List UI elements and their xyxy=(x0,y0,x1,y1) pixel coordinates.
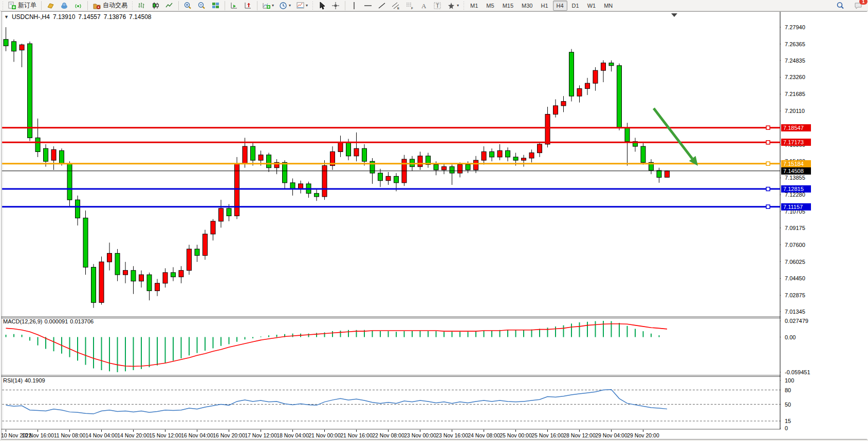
text-tool-button[interactable]: A xyxy=(417,0,430,11)
bar-chart-icon xyxy=(137,2,146,10)
candle-up xyxy=(187,249,192,271)
toolbar-grip[interactable] xyxy=(311,2,314,10)
candle-down xyxy=(466,164,470,169)
zoom-in-button[interactable] xyxy=(181,0,194,11)
tile-windows-button[interactable] xyxy=(209,0,222,11)
candle-up xyxy=(474,160,478,170)
chart-header: ▼ USDCNH-,H4 7.13910 7.14557 7.13876 7.1… xyxy=(4,13,152,21)
mt4-application-window: 新订单 自动交易 ▾ ▾ ▾ E F A T xyxy=(0,0,868,441)
signals-button[interactable] xyxy=(72,0,85,11)
time-axis-label: 16 Nov 04:00 xyxy=(180,432,214,438)
candle-up xyxy=(418,156,422,167)
candle-up xyxy=(553,106,558,114)
candle-down xyxy=(35,138,40,151)
candle-down xyxy=(83,218,88,267)
chart-shift-button[interactable] xyxy=(242,0,254,11)
candle-up xyxy=(545,114,550,144)
toolbar-grip[interactable] xyxy=(131,2,134,10)
svg-text:E: E xyxy=(397,7,399,10)
price-tick-label: 7.26365 xyxy=(785,41,805,47)
candle-down xyxy=(378,173,383,181)
svg-text:F: F xyxy=(411,7,413,10)
auto-scroll-button[interactable] xyxy=(228,0,241,11)
horizontal-line-tool-button[interactable] xyxy=(362,0,375,11)
price-tick-label: 7.12280 xyxy=(785,191,805,198)
text-label-icon: T xyxy=(433,2,442,10)
candle-down xyxy=(625,128,630,142)
price-line-handle[interactable] xyxy=(766,141,770,144)
bar-chart-mode-button[interactable] xyxy=(135,0,148,11)
candle-down xyxy=(490,151,494,157)
time-axis-label: 11 Nov 08:00 xyxy=(53,432,87,438)
chart-canvas[interactable] xyxy=(0,0,868,441)
market-icon xyxy=(46,2,55,10)
candlestick-mode-button[interactable] xyxy=(149,0,162,11)
templates-button[interactable]: ▾ xyxy=(294,0,310,11)
timeframe-m30-button[interactable]: M30 xyxy=(518,1,536,11)
timeframe-mn-button[interactable]: MN xyxy=(600,1,616,11)
one-click-trading-toggle-icon[interactable]: ▼ xyxy=(4,14,9,20)
time-axis-label: 24 Nov 08:00 xyxy=(467,432,501,438)
community-button[interactable] xyxy=(58,0,71,11)
price-line-handle[interactable] xyxy=(766,162,770,165)
market-button[interactable] xyxy=(44,0,57,11)
candle-down xyxy=(346,142,351,156)
macd-signal-value: 0.013706 xyxy=(70,318,94,324)
candle-up xyxy=(665,171,670,177)
candle-down xyxy=(657,170,661,178)
channel-tool-button[interactable]: E xyxy=(390,0,402,11)
trend-arrow-annotation[interactable] xyxy=(654,108,698,166)
chart-shift-marker[interactable] xyxy=(671,13,677,17)
new-order-label: 新订单 xyxy=(18,1,36,10)
candle-down xyxy=(91,267,96,302)
rsi-tick-label: 80 xyxy=(785,387,791,393)
timeframe-m1-button[interactable]: M1 xyxy=(467,1,482,11)
timeframe-d1-button[interactable]: D1 xyxy=(568,1,583,11)
cursor-button[interactable] xyxy=(316,0,328,11)
indicators-button[interactable]: ▾ xyxy=(260,0,276,11)
candle-up xyxy=(386,176,391,180)
price-badge-resistance-2: 7.17173 xyxy=(781,139,811,146)
notifications-button[interactable]: 1 xyxy=(852,0,865,11)
new-order-button[interactable]: 新订单 xyxy=(6,0,39,11)
toolbar-grip[interactable] xyxy=(463,2,465,10)
ohlc-low: 7.13876 xyxy=(104,13,126,21)
search-button[interactable] xyxy=(834,0,847,11)
candle-down xyxy=(171,273,176,277)
periods-button[interactable]: ▾ xyxy=(277,0,293,11)
community-icon xyxy=(60,2,69,10)
candle-down xyxy=(506,150,510,157)
text-label-tool-button[interactable]: T xyxy=(431,0,444,11)
price-tick-label: 7.02875 xyxy=(785,292,805,298)
timeframe-h4-button[interactable]: H4 xyxy=(553,1,567,11)
price-line-handle[interactable] xyxy=(766,126,770,129)
horizontal-price-lines[interactable] xyxy=(2,126,780,208)
vertical-line-tool-button[interactable] xyxy=(348,0,361,11)
price-line-handle[interactable] xyxy=(766,187,770,191)
candle-up xyxy=(482,151,486,160)
timeframe-m5-button[interactable]: M5 xyxy=(483,1,497,11)
shapes-tool-button[interactable]: ▾ xyxy=(445,0,461,11)
time-axis-label: 14 Nov 20:00 xyxy=(117,432,151,438)
autotrade-button[interactable]: 自动交易 xyxy=(90,0,130,11)
candle-down xyxy=(267,155,271,168)
timeframe-h1-button[interactable]: H1 xyxy=(537,1,551,11)
candle-up xyxy=(577,89,582,97)
timeframe-w1-button[interactable]: W1 xyxy=(584,1,600,11)
price-line-handle[interactable] xyxy=(766,205,770,208)
timeframe-m15-button[interactable]: M15 xyxy=(499,1,517,11)
line-chart-mode-button[interactable] xyxy=(163,0,176,11)
symbol-period-label: USDCNH-,H4 xyxy=(12,13,50,21)
pane-separators[interactable] xyxy=(1,317,867,429)
price-tick-label: 7.09175 xyxy=(785,225,805,231)
candle-up xyxy=(354,148,359,156)
rsi-tick-label: 0 xyxy=(785,425,788,431)
candle-up xyxy=(322,166,327,197)
price-tick-label: 7.24835 xyxy=(785,57,805,64)
zoom-out-button[interactable] xyxy=(195,0,208,11)
crosshair-button[interactable] xyxy=(329,0,342,11)
trendline-tool-button[interactable] xyxy=(376,0,389,11)
toolbar-grip[interactable] xyxy=(2,2,4,10)
search-icon xyxy=(836,2,845,10)
fibonacci-tool-button[interactable]: F xyxy=(403,0,416,11)
